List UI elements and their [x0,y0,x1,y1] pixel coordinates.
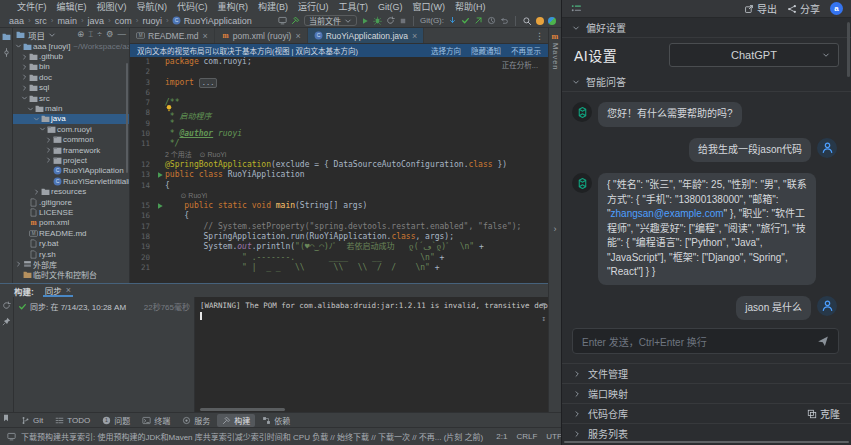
soft-wrap-icon[interactable]: ≡ [541,300,546,309]
banner-link-0[interactable]: 选择方向 [431,45,461,56]
tree-item-common[interactable]: common [13,135,129,145]
banner-link-1[interactable]: 隐藏通知 [471,45,501,56]
menu-item-5[interactable]: 重构(R) [213,0,254,14]
menu-item-4[interactable]: 代码(C) [172,0,213,14]
breadcrumb-item-5[interactable]: ruoyi [141,16,163,26]
scroll-to-end-icon[interactable]: ↧ [541,314,546,323]
build-hammer-icon[interactable] [291,16,300,25]
run-button[interactable] [361,17,369,25]
user-bubble[interactable]: 给我生成一段jason代码 [689,138,811,163]
toolwindow-TODO[interactable]: TODO [50,414,95,427]
breadcrumb-item-0[interactable]: aaa [8,16,25,26]
git-push-button[interactable] [474,16,483,25]
toolwindow-依赖[interactable]: 依赖 [257,414,295,427]
hide-panel-icon[interactable]: — [118,29,127,40]
tree-item-project[interactable]: project [13,155,129,165]
close-icon[interactable]: × [202,31,208,41]
bulb-icon[interactable] [165,104,211,112]
tree-item-doc[interactable]: doc [13,72,129,82]
tree-item--[interactable]: 临时文件和控制台 [13,270,129,280]
menu-hamburger-icon[interactable] [570,3,583,14]
user-bubble[interactable]: jason 是什么 [736,296,811,321]
tree-item-ry.bat[interactable]: ry.bat [13,238,129,248]
breadcrumb-item-2[interactable]: main [56,16,78,26]
chat-input[interactable]: Enter 发送，Ctrl+Enter 换行 [572,328,839,354]
build-console[interactable]: [WARNING] The POM for com.alibaba:druid:… [195,297,548,412]
build-sync-tab[interactable]: 同步 × [43,284,73,297]
close-icon[interactable]: × [411,31,417,41]
section-file-management[interactable]: 文件管理 [562,363,851,383]
section-port-mapping[interactable]: 端口映射 [562,383,851,403]
menu-item-8[interactable]: 工具(T) [334,0,374,14]
toolwindow-构建[interactable]: 构建 [217,414,255,427]
tree-item-README.md[interactable]: MREADME.md [13,228,129,238]
menu-item-3[interactable]: 导航(N) [132,0,173,14]
locate-file-icon[interactable]: ⊕ [77,29,84,40]
tree-item-sql[interactable]: sql [13,83,129,93]
project-tool-icon[interactable] [2,32,11,41]
breadcrumb-item-3[interactable]: java [87,16,106,26]
debug-button[interactable] [373,16,382,25]
coverage-button[interactable] [386,16,395,25]
tree-item-.github[interactable]: .github [13,51,129,61]
resync-icon[interactable] [2,301,11,310]
tree-item-main[interactable]: main [13,103,129,113]
code-editor[interactable]: 1package com.ruoyi;23import ...67/**8 * … [130,57,548,283]
assistant-bubble[interactable]: { "姓名": "张三", "年龄": 25, "性别": "男", "联系方式… [598,173,816,285]
editor-tab-2[interactable]: CRuoYiApplication.java× [308,28,425,43]
stop-button[interactable] [399,17,407,25]
splitter-expand-icon[interactable]: › [554,224,557,234]
breadcrumb-item-6[interactable]: RuoYiApplication [183,16,253,26]
tree-item-java[interactable]: java [13,114,129,124]
menu-item-11[interactable]: 帮助(H) [450,0,491,14]
caret-position[interactable]: 2:1 [496,432,507,441]
line-separator[interactable]: CRLF [516,432,537,441]
export-button[interactable]: 导出 [744,1,777,16]
section-preferences[interactable]: 偏好设置 [562,18,851,38]
menu-item-10[interactable]: 窗口(W) [408,0,451,14]
search-everywhere-icon[interactable] [522,16,532,26]
git-commit-button[interactable] [461,16,470,25]
section-code-repo[interactable]: 代码仓库 克隆 [562,403,851,423]
tab-list-more-icon[interactable]: ⋮ [531,28,548,43]
maven-tool-icon[interactable]: m [550,31,560,41]
tree-item-com.ruoyi[interactable]: com.ruoyi [13,124,129,134]
assistant-bubble[interactable]: 您好！有什么需要帮助的吗? [598,102,742,127]
sync-status-text[interactable]: 同步: 在 7/14/23, 10:28 AM [30,301,126,312]
settings-gear-icon[interactable]: ⚙ [106,29,114,40]
tree-item-.gitignore[interactable]: .gitignore [13,197,129,207]
menu-item-1[interactable]: 编辑(E) [52,0,92,14]
console-hscrollbar[interactable] [200,408,285,411]
menu-item-0[interactable]: 文件(F) [12,0,52,14]
plugin-blue-icon[interactable] [548,17,556,25]
tree-item-LICENSE[interactable]: LICENSE [13,207,129,217]
run-configuration-select[interactable]: 当前文件 [304,15,357,26]
tree-item--[interactable]: 外部库 [13,259,129,269]
tree-item-bin[interactable]: bin [13,62,129,72]
project-view-title[interactable]: 项目 [28,29,45,41]
email-link[interactable]: zhangsan@example.com [611,208,724,219]
ai-panel-hscrollbar[interactable] [564,441,849,443]
toolwindow-服务[interactable]: 服务 [177,414,215,427]
status-message[interactable]: 下载预构建共享索引: 使用预构建的JDK和Maven 库共享索引减少索引时间和 … [21,431,483,442]
close-icon[interactable]: × [65,285,71,295]
section-qa[interactable]: 智能问答 [562,72,851,92]
menu-item-7[interactable]: 运行(U) [293,0,334,14]
toolwindow-Git[interactable]: Git [16,414,48,427]
tree-item-RuoYiApplication[interactable]: CRuoYiApplication [13,166,129,176]
editor-tab-1[interactable]: mpom.xml (ruoyi)× [215,28,308,43]
breadcrumb-item-4[interactable]: com [114,16,133,26]
tree-item-resources[interactable]: resources [13,186,129,196]
user-avatar[interactable]: a [830,2,843,15]
breadcrumb-item-1[interactable]: src [34,16,48,26]
gutter-icon[interactable] [154,171,165,179]
close-icon[interactable]: × [294,31,300,41]
toolwindow-终端[interactable]: 终端 [137,414,175,427]
tree-item-pom.xml[interactable]: mpom.xml [13,218,129,228]
share-button[interactable]: 分享 [787,1,820,16]
collapse-all-icon[interactable]: ⌶ [88,29,93,40]
maven-tool-label[interactable]: Maven [551,43,560,71]
bookmark-flag-icon[interactable] [2,414,10,422]
run-widget-icon[interactable] [278,16,287,25]
gutter-icon[interactable] [154,202,165,210]
